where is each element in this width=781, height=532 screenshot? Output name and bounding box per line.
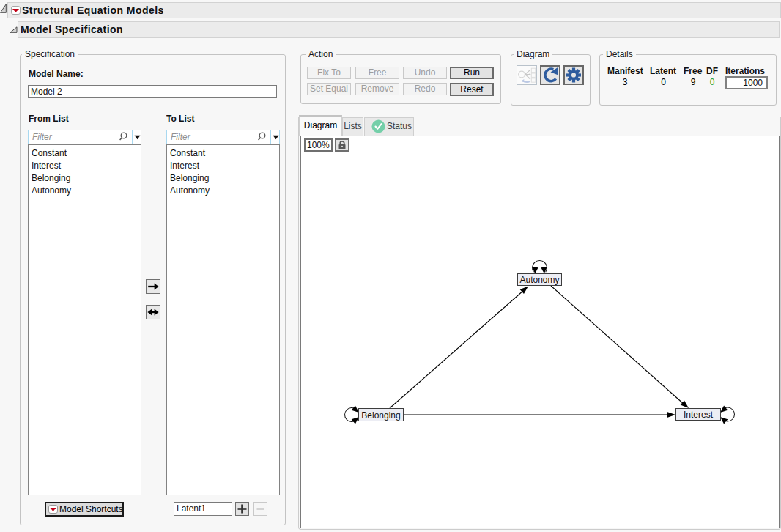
svg-text:Autonomy: Autonomy (519, 275, 559, 285)
svg-text:Belonging: Belonging (361, 410, 400, 421)
svg-text:Interest: Interest (684, 410, 714, 420)
